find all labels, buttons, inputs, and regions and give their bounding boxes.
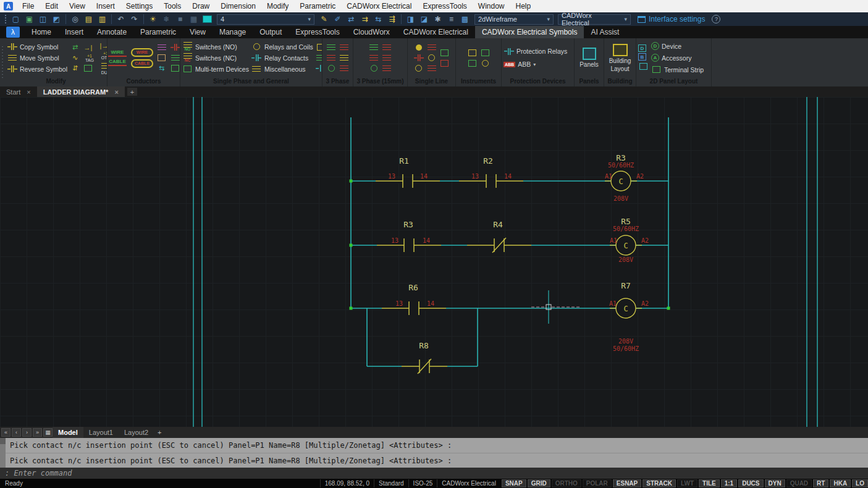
tab-insert[interactable]: Insert [58, 26, 90, 38]
three-phase15-lines-icon[interactable] [369, 43, 379, 52]
conductor-arrow-icon[interactable]: ⇆ [156, 64, 167, 73]
tab-output[interactable]: Output [253, 26, 289, 38]
workspace-dropdown[interactable]: CADWorx Electrical ▾ [558, 14, 631, 25]
tab-parametric[interactable]: Parametric [133, 26, 183, 38]
add-layout-button[interactable]: + [154, 429, 165, 436]
match-properties-icon[interactable]: ✎ [318, 14, 331, 25]
single-line-load-icon[interactable] [439, 59, 450, 68]
tab-home[interactable]: Home [25, 26, 58, 38]
move-symbol-button[interactable]: Move Symbol [7, 53, 67, 63]
accessory-button[interactable]: A Accessory [651, 53, 704, 63]
app-icon[interactable]: A [4, 2, 13, 11]
toggle-esnap[interactable]: ESNAP [613, 479, 641, 487]
conductor-bus-icon[interactable] [170, 53, 180, 62]
single-line-switch-icon[interactable] [426, 43, 437, 52]
layer-states-icon[interactable]: ⇉ [358, 14, 371, 25]
three-phase15-bus-icon[interactable] [369, 53, 379, 62]
swap-symbol-icon[interactable]: ⇄ [70, 43, 80, 52]
doc-tab-ladder-diagram[interactable]: LADDER DIAGRAM* × [37, 86, 125, 97]
menu-parametric[interactable]: Parametric [294, 0, 341, 12]
next-layout-button[interactable]: › [22, 428, 32, 437]
cable-button[interactable]: CABLE [107, 59, 128, 66]
tab-expresstools[interactable]: ExpressTools [289, 26, 346, 38]
conductor-node-icon[interactable] [170, 64, 180, 73]
single-line-fuse-icon[interactable] [426, 53, 437, 62]
toggle-ducs[interactable]: DUCS [738, 479, 763, 487]
panels-button[interactable]: Panels [576, 48, 602, 68]
retag-other-button[interactable]: +1 OTH [99, 51, 107, 60]
single-line-node-icon[interactable] [413, 43, 424, 52]
tab-model[interactable]: Model [53, 427, 83, 438]
layer-color-swatch[interactable] [203, 15, 212, 23]
copy-symbol-button[interactable]: Copy Symbol [7, 42, 67, 52]
wire-button[interactable]: WIRE [107, 50, 128, 57]
edit-attributes-icon[interactable] [83, 64, 93, 73]
toggle-dyn[interactable]: DYN [765, 479, 785, 487]
edit-properties-icon[interactable]: ✐ [331, 14, 344, 25]
tab-cadworx-electrical-symbols[interactable]: CADWorx Electrical Symbols [475, 26, 584, 38]
menu-settings[interactable]: Settings [120, 0, 158, 12]
tab-layout1[interactable]: Layout1 [83, 427, 119, 438]
switches-nc-button[interactable]: NC Switches (NC) [182, 53, 249, 63]
drawing-explorer-icon[interactable]: ◨ [404, 14, 417, 25]
multi-term-devices-button[interactable]: Multi-term Devices [182, 64, 249, 74]
dimension-style[interactable]: ISO-25 [408, 479, 437, 487]
retag-button[interactable]: +1 TAG [83, 54, 96, 62]
instrument-gauge-icon[interactable] [467, 59, 478, 68]
sheet-set-icon[interactable]: ≡ [445, 14, 458, 25]
menu-tools[interactable]: Tools [158, 0, 187, 12]
tab-ai-assist[interactable]: AI Assist [584, 26, 626, 38]
render-icon[interactable]: ▩ [458, 14, 471, 25]
terminal-icon[interactable] [316, 43, 322, 52]
plot-icon[interactable]: ▤ [82, 14, 95, 25]
layer-walk-icon[interactable]: ⇶ [386, 14, 398, 25]
menu-insert[interactable]: Insert [91, 0, 120, 12]
toggle-lwt[interactable]: LWT [677, 479, 697, 487]
three-phase15-contactor-icon[interactable] [382, 53, 392, 62]
terminal-strip-button[interactable]: Terminal Strip [651, 65, 704, 75]
toggle-tile[interactable]: TILE [699, 479, 720, 487]
device-2d-icon[interactable]: D [638, 44, 646, 52]
command-input[interactable]: : Enter command [0, 468, 868, 479]
instrument-transmitter-icon[interactable] [480, 48, 491, 57]
three-phase-contactor-icon[interactable] [339, 53, 350, 62]
layer-plot-icon[interactable]: ▦ [187, 14, 200, 25]
toggle-scale[interactable]: 1:1 [721, 479, 737, 487]
menu-help[interactable]: Help [510, 0, 537, 12]
building-layout-button[interactable]: Building Layout [606, 44, 634, 72]
miscellaneous-button[interactable]: Miscellaneous [251, 64, 313, 74]
first-layout-button[interactable]: « [1, 428, 11, 437]
relays-and-coils-button[interactable]: Relays and Coils [251, 42, 313, 52]
relay-contacts-button[interactable]: Relay Contacts [251, 53, 313, 63]
layer-lock-icon[interactable]: ■ [174, 14, 187, 25]
single-line-xfmr-icon[interactable] [439, 48, 450, 57]
ribbon-grip[interactable] [0, 38, 5, 86]
switches-no-button[interactable]: NO Switches (NO) [182, 42, 249, 52]
menu-dimension[interactable]: Dimension [215, 0, 261, 12]
annotation-scale[interactable]: Standard [374, 479, 408, 487]
three-phase-lines-icon[interactable] [326, 43, 337, 52]
layer-on-icon[interactable]: ☀ [146, 14, 159, 25]
ground-icon[interactable] [316, 64, 322, 73]
three-phase-breaker-icon[interactable] [339, 64, 350, 73]
menu-modify[interactable]: Modify [261, 0, 294, 12]
toggle-strack[interactable]: STRACK [643, 479, 676, 487]
menu-draw[interactable]: Draw [187, 0, 215, 12]
toggle-grid[interactable]: GRID [528, 479, 550, 487]
ribbon-app-icon[interactable]: λ [6, 27, 20, 38]
cable-tag-button[interactable]: CABLE [131, 59, 153, 68]
menu-view[interactable]: View [64, 0, 91, 12]
toggle-snap[interactable]: SNAP [502, 479, 526, 487]
three-phase15-breaker-icon[interactable] [382, 64, 392, 73]
conductor-splice-icon[interactable] [170, 43, 180, 52]
settings-gear-icon[interactable]: ✱ [431, 14, 444, 25]
toggle-polar[interactable]: POLAR [583, 479, 612, 487]
three-phase15-motor-icon[interactable] [369, 64, 379, 73]
new-file-icon[interactable]: ▢ [9, 14, 22, 25]
device-button[interactable]: D Device [651, 41, 704, 51]
close-icon[interactable]: × [27, 88, 30, 96]
toggle-quad[interactable]: QUAD [786, 479, 812, 487]
workspace-indicator[interactable]: CADWorx Electrical [437, 479, 500, 487]
layout-list-button[interactable]: ▦ [43, 428, 53, 437]
single-line-ground-icon[interactable] [413, 53, 424, 62]
